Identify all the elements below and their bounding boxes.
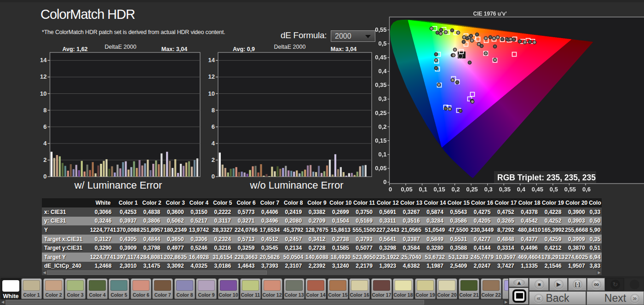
svg-text:0: 0 [212,173,215,180]
svg-text:8: 8 [43,107,46,114]
svg-text:w/ Luminance Error: w/ Luminance Error [74,179,162,191]
svg-text:6: 6 [212,123,215,130]
svg-text:14: 14 [40,57,47,63]
svg-text:4: 4 [43,140,47,147]
svg-text:Avg: 0,9: Avg: 0,9 [233,46,255,52]
svg-text:10: 10 [208,90,215,97]
svg-text:DeltaE 2000: DeltaE 2000 [274,44,306,50]
svg-text:2: 2 [43,156,46,163]
svg-text:12: 12 [40,73,46,80]
svg-text:2: 2 [212,156,215,163]
svg-text:12: 12 [208,73,215,80]
svg-text:6: 6 [43,123,46,130]
svg-text:DeltaE 2000: DeltaE 2000 [105,44,137,50]
svg-text:4: 4 [212,140,215,147]
svg-text:w/o Luminance Error: w/o Luminance Error [250,179,344,191]
svg-text:0: 0 [43,173,46,180]
svg-text:Max: 3,04: Max: 3,04 [331,46,356,52]
svg-text:Max: 3,04: Max: 3,04 [161,46,187,52]
svg-text:Avg: 1,62: Avg: 1,62 [62,46,87,52]
svg-text:14: 14 [208,57,215,63]
svg-text:10: 10 [40,90,46,97]
svg-text:8: 8 [212,107,215,114]
